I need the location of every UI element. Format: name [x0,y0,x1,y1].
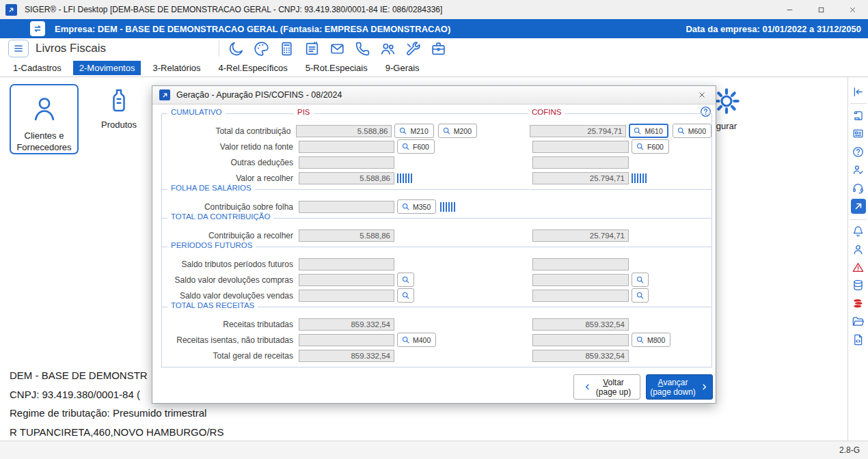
pis-field[interactable]: 5.588,86 [296,125,392,137]
newspaper-icon[interactable] [852,127,865,141]
cofins-field-cell: 25.794,71 [532,230,629,242]
cofins-field[interactable] [532,156,629,169]
calculator-icon[interactable] [278,40,295,57]
section-per-odos-futuros: PERÍODOS FUTUROSSaldo tributos períodos … [162,247,711,307]
cofins-field[interactable]: 25.794,71 [530,125,626,137]
tools-icon[interactable] [405,40,422,57]
form-row: Receitas isentas, não tributadasM400M800 [162,332,711,348]
pis-field[interactable] [299,201,394,213]
tab-1-cadastros[interactable]: 1-Cadastros [7,61,68,75]
scroll-icon[interactable] [852,109,865,123]
briefcase-icon[interactable] [430,40,447,57]
pis-extras [394,273,532,287]
lookup-button-f600[interactable]: F600 [397,139,435,154]
user-icon[interactable] [852,242,865,256]
voltar-button[interactable]: Voltar (page up) [573,374,640,400]
field-label: Contribuição sobre folha [162,202,299,212]
moon-icon[interactable] [228,40,245,57]
cofins-field[interactable] [532,290,629,302]
lookup-button[interactable] [397,273,414,287]
pis-field-cell [299,258,394,270]
shortcut-clientes-fornecedores[interactable]: Clientes e Fornecedores [10,84,79,154]
cofins-field[interactable] [532,141,629,153]
cofins-field[interactable]: 25.794,71 [532,230,629,242]
lookup-button-m800[interactable]: M800 [632,333,670,347]
dialog-title: Geração - Apuração PIS/COFINS - 08/2024 [176,90,342,100]
tab-9-gerais[interactable]: 9-Gerais [379,61,426,75]
pis-field[interactable]: 5.588,86 [299,230,394,242]
external-link-tile-icon[interactable] [851,199,866,214]
coins-icon[interactable] [852,296,865,310]
tab-5-rot-especiais[interactable]: 5-Rot.Especiais [299,61,374,75]
magnifier-icon [401,202,410,211]
pis-field[interactable]: 859.332,54 [299,318,394,331]
users-icon[interactable] [379,40,396,57]
minimize-icon[interactable] [774,0,805,19]
lookup-button[interactable] [632,288,649,303]
menu-hamburger-icon[interactable] [8,40,29,57]
lookup-button-m210[interactable]: M210 [394,124,433,138]
cofins-field[interactable]: 25.794,71 [532,172,629,184]
maximize-icon[interactable] [805,0,837,19]
pis-field[interactable]: 5.588,86 [299,172,394,184]
cofins-field[interactable] [532,334,629,346]
avancar-button[interactable]: Avançar (page down) [646,374,713,400]
pis-field[interactable] [299,141,394,153]
lookup-button-m610[interactable]: M610 [629,124,668,138]
phone-icon[interactable] [354,40,371,57]
field-label: Contribuição a recolher [162,231,299,240]
pis-field-cell: 5.588,86 [299,172,394,184]
lookup-button-m350[interactable]: M350 [397,199,436,214]
pis-field-cell [299,290,394,302]
bottle-icon [87,87,150,116]
lookup-button-label: F600 [647,143,664,151]
shortcut-produtos[interactable]: Produtos [87,87,150,130]
field-label: Saldo valor devoluções vendas [162,291,299,301]
palette-icon[interactable] [253,40,270,57]
lookup-button-f600[interactable]: F600 [632,139,669,154]
pis-field[interactable] [299,156,394,169]
bell-icon[interactable] [852,225,865,238]
tab-2-movimentos[interactable]: 2-Movimentos [73,61,141,75]
file-code-icon[interactable] [852,333,865,346]
magnifier-icon [442,126,451,135]
avancar-sublabel: (page down) [650,387,696,397]
pis-field[interactable] [299,274,394,286]
cofins-field[interactable] [532,274,629,286]
close-icon[interactable] [695,89,709,100]
cofins-field[interactable] [532,258,629,270]
swap-company-icon[interactable] [30,21,45,36]
field-label: Saldo tributos períodos futuros [162,260,299,269]
company-date-range: Data da empresa: 01/01/2022 a 31/12/2050 [686,24,861,34]
section-title: TOTAL DA CONTRIBUIÇÃO [167,212,273,221]
lookup-button[interactable] [397,288,414,303]
user-check-icon[interactable] [852,163,865,177]
tab-3-relat-rios[interactable]: 3-Relatórios [146,61,206,75]
notebook-icon[interactable] [303,40,321,57]
version-label: 2.8-G [839,445,860,455]
window-title: SIGER® - LFI Desktop [DEM-BASE DE DEMONS… [25,5,442,14]
pis-extras: M210M200 [392,124,530,138]
form-row: Total da contribuição5.588,86M210M20025.… [162,123,711,139]
database-icon[interactable] [852,279,865,292]
headset-icon[interactable] [852,181,865,195]
pis-field[interactable]: 859.332,54 [299,350,394,362]
pis-field[interactable] [299,290,394,302]
pis-field[interactable] [299,258,394,270]
warning-icon[interactable] [852,261,865,275]
lookup-button-m200[interactable]: M200 [438,124,477,138]
folder-open-icon[interactable] [852,315,865,329]
help-circle-icon[interactable] [852,145,865,158]
collapse-left-icon[interactable] [852,85,865,98]
mail-icon[interactable] [329,40,346,57]
lookup-button-m400[interactable]: M400 [397,333,436,347]
column-header-pis: PIS [294,108,314,116]
cofins-field[interactable]: 859.332,54 [532,350,629,362]
lookup-button[interactable] [632,273,649,287]
close-icon[interactable] [837,0,868,19]
cofins-field[interactable]: 859.332,54 [532,318,629,331]
toolbar-icons [228,40,447,57]
tab-4-rel-espec-ficos[interactable]: 4-Rel.Específicos [213,61,294,75]
lookup-button-m600[interactable]: M600 [673,124,711,138]
pis-field[interactable] [299,334,394,346]
